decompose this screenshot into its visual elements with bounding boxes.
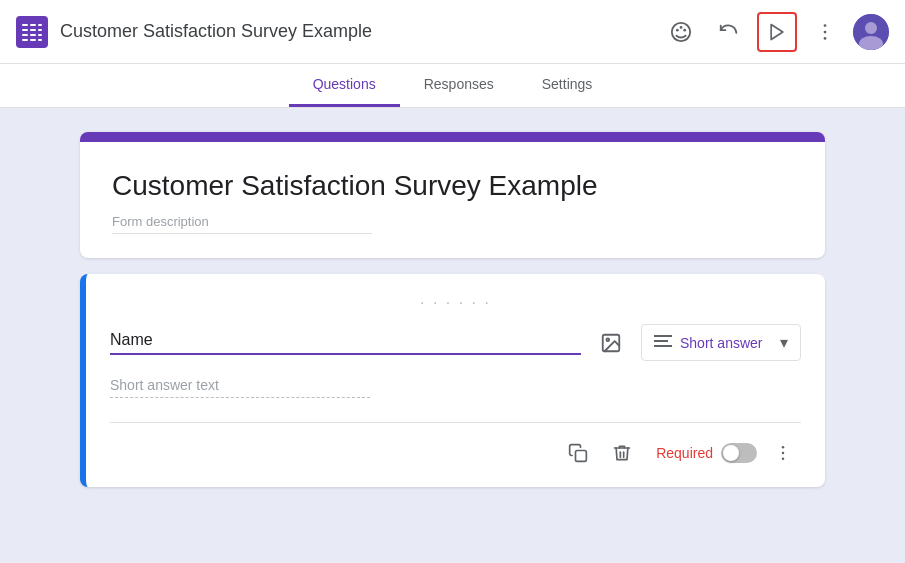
avatar[interactable] [853, 14, 889, 50]
tab-settings[interactable]: Settings [518, 64, 617, 107]
answer-type-label: Short answer [680, 335, 762, 351]
svg-rect-11 [38, 34, 42, 36]
svg-rect-29 [576, 451, 587, 462]
svg-rect-4 [22, 39, 28, 41]
duplicate-button[interactable] [560, 435, 596, 471]
svg-rect-9 [38, 24, 42, 26]
topbar-actions [661, 12, 889, 52]
svg-point-18 [824, 24, 827, 27]
main-content: Customer Satisfaction Survey Example For… [0, 108, 905, 558]
form-description[interactable]: Form description [112, 214, 372, 234]
drag-handle: · · · · · · [110, 294, 801, 312]
undo-button[interactable] [709, 12, 749, 52]
topbar: Customer Satisfaction Survey Example [0, 0, 905, 64]
required-label: Required [656, 445, 713, 461]
add-image-button[interactable] [593, 325, 629, 361]
card-divider [110, 422, 801, 423]
question-card: · · · · · · Short answer [80, 274, 825, 487]
svg-point-15 [680, 26, 683, 29]
svg-point-19 [824, 30, 827, 33]
form-title: Customer Satisfaction Survey Example [112, 170, 793, 202]
question-name-input[interactable] [110, 331, 581, 355]
svg-rect-8 [30, 39, 36, 41]
tab-questions[interactable]: Questions [289, 64, 400, 107]
svg-rect-10 [38, 29, 42, 31]
svg-rect-7 [30, 34, 36, 36]
answer-type-chevron: ▾ [780, 333, 788, 352]
svg-rect-5 [30, 24, 36, 26]
short-answer-preview: Short answer text [110, 377, 370, 398]
question-top: Short answer ▾ [110, 324, 801, 361]
question-footer: Required [110, 435, 801, 471]
answer-type-icon [654, 334, 672, 352]
svg-point-30 [782, 446, 785, 449]
delete-button[interactable] [604, 435, 640, 471]
more-button[interactable] [805, 12, 845, 52]
tab-responses[interactable]: Responses [400, 64, 518, 107]
svg-rect-2 [22, 29, 28, 31]
svg-point-22 [865, 22, 877, 34]
svg-rect-0 [16, 16, 48, 48]
required-toggle[interactable] [721, 443, 757, 463]
tabs-bar: Questions Responses Settings [0, 64, 905, 108]
svg-rect-6 [30, 29, 36, 31]
form-header-card: Customer Satisfaction Survey Example For… [80, 132, 825, 258]
svg-rect-1 [22, 24, 28, 26]
svg-point-31 [782, 452, 785, 455]
app-logo [16, 16, 48, 48]
svg-point-20 [824, 37, 827, 40]
send-button[interactable] [757, 12, 797, 52]
svg-point-14 [676, 28, 679, 31]
app-title: Customer Satisfaction Survey Example [60, 21, 661, 42]
svg-marker-17 [771, 24, 783, 39]
svg-rect-3 [22, 34, 28, 36]
question-more-button[interactable] [765, 435, 801, 471]
svg-rect-12 [38, 39, 42, 41]
palette-button[interactable] [661, 12, 701, 52]
svg-point-16 [683, 28, 686, 31]
svg-point-25 [606, 338, 609, 341]
answer-type-dropdown[interactable]: Short answer ▾ [641, 324, 801, 361]
svg-point-32 [782, 458, 785, 461]
required-row: Required [648, 443, 757, 463]
